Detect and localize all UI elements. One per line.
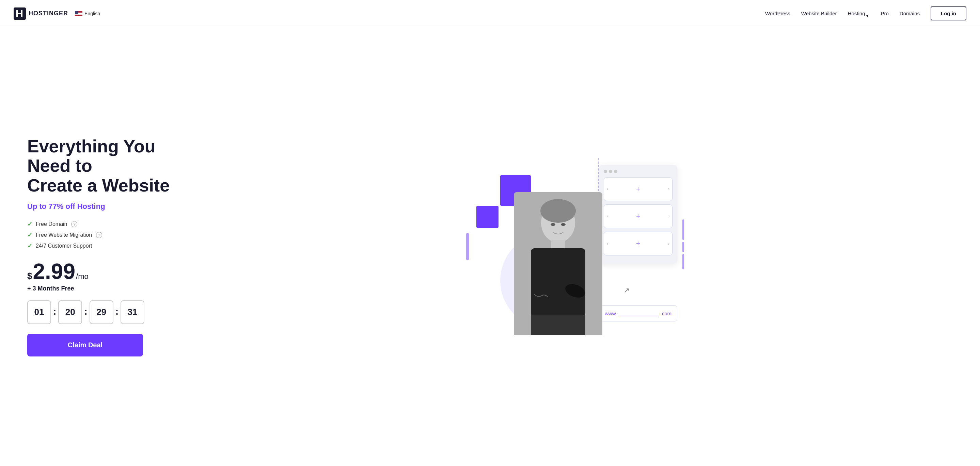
deco-bar-r-1 — [682, 219, 684, 240]
deco-bars-right — [682, 219, 684, 269]
hero-illustration: ‹ + › ‹ + › ‹ + › — [466, 158, 677, 335]
check-icon: ✓ — [27, 220, 32, 228]
countdown-frames: 31 — [121, 300, 145, 324]
nav-links: WordPress Website Builder Hosting Pro Do… — [765, 6, 966, 21]
hero-subtitle: Up to 77% off Hosting — [27, 202, 191, 211]
nav-website-builder[interactable]: Website Builder — [801, 11, 837, 16]
countdown-sep-2: : — [84, 306, 87, 319]
feature-support: ✓ 24/7 Customer Support — [27, 242, 191, 250]
feature-free-domain: ✓ Free Domain ? — [27, 220, 191, 228]
price-amount: 2.99 — [33, 260, 75, 282]
widget-arrow-right-1: › — [668, 187, 670, 192]
browser-dot-1 — [604, 170, 607, 173]
widget-arrow-left-2: ‹ — [607, 214, 608, 219]
feature-free-migration: ✓ Free Website Migration ? — [27, 231, 191, 239]
hero-section: Everything You Need to Create a Website … — [0, 27, 980, 466]
browser-dots — [604, 170, 673, 173]
brand-name: HOSTINGER — [29, 10, 68, 17]
domain-underline — [618, 311, 659, 316]
info-icon-domain[interactable]: ? — [71, 221, 77, 227]
svg-point-9 — [561, 223, 566, 226]
svg-point-7 — [540, 199, 576, 223]
language-label: English — [84, 11, 100, 16]
widget-card-2[interactable]: ‹ + › — [604, 204, 673, 228]
price-period: /mo — [76, 272, 89, 281]
browser-mockup: ‹ + › ‹ + › ‹ + › — [599, 165, 677, 264]
cursor-icon: ↗ — [624, 286, 630, 294]
browser-dot-2 — [609, 170, 612, 173]
purple-square-2 — [476, 206, 498, 228]
nav-domains[interactable]: Domains — [900, 11, 920, 16]
language-selector[interactable]: English — [75, 11, 100, 16]
price-dollar: $ — [27, 271, 32, 281]
deco-bar-left — [466, 233, 469, 260]
months-free-label: + 3 Months Free — [27, 285, 191, 292]
claim-deal-button[interactable]: Claim Deal — [27, 334, 143, 357]
widget-arrow-right-2: › — [668, 214, 670, 219]
domain-www: www. — [605, 311, 617, 316]
countdown-minutes: 20 — [58, 300, 82, 324]
svg-rect-10 — [531, 315, 585, 335]
nav-pro[interactable]: Pro — [881, 11, 888, 16]
domain-com: .com — [660, 311, 671, 316]
chevron-down-icon — [866, 13, 870, 14]
nav-hosting[interactable]: Hosting — [848, 11, 870, 16]
countdown-sep-1: : — [53, 306, 56, 319]
browser-dot-3 — [614, 170, 617, 173]
countdown-timer: 01 : 20 : 29 : 31 — [27, 300, 191, 324]
price-display: $ 2.99 /mo — [27, 260, 191, 282]
widget-plus-2: + — [636, 212, 641, 221]
svg-rect-4 — [531, 248, 585, 316]
nav-wordpress[interactable]: WordPress — [765, 11, 790, 16]
logo-link[interactable]: HOSTINGER — [14, 8, 68, 20]
hero-content: Everything You Need to Create a Website … — [27, 137, 191, 357]
flag-icon — [75, 11, 83, 16]
info-icon-migration[interactable]: ? — [96, 232, 102, 238]
widget-arrow-left-1: ‹ — [607, 187, 608, 192]
features-list: ✓ Free Domain ? ✓ Free Website Migration… — [27, 220, 191, 250]
svg-point-8 — [550, 223, 555, 226]
widget-plus-1: + — [636, 185, 641, 193]
widget-plus-3: + — [636, 239, 641, 248]
countdown-hours: 01 — [27, 300, 51, 324]
logo-icon — [14, 8, 26, 20]
hero-visual: ‹ + › ‹ + › ‹ + › — [191, 158, 953, 335]
deco-bar-r-2 — [682, 242, 684, 252]
login-button[interactable]: Log in — [931, 6, 966, 21]
widget-arrow-right-3: › — [668, 241, 670, 246]
check-icon: ✓ — [27, 242, 32, 250]
countdown-seconds: 29 — [89, 300, 113, 324]
widget-card-3[interactable]: ‹ + › — [604, 231, 673, 255]
person-image — [514, 192, 602, 335]
widget-arrow-left-3: ‹ — [607, 241, 608, 246]
navbar: HOSTINGER English WordPress Website Buil… — [0, 0, 980, 27]
countdown-sep-3: : — [115, 306, 118, 319]
hero-title: Everything You Need to Create a Website — [27, 137, 191, 195]
domain-bar[interactable]: www. .com — [599, 306, 677, 322]
check-icon: ✓ — [27, 231, 32, 239]
widget-card-1[interactable]: ‹ + › — [604, 177, 673, 201]
person-svg — [514, 192, 602, 335]
deco-bar-r-3 — [682, 254, 684, 269]
